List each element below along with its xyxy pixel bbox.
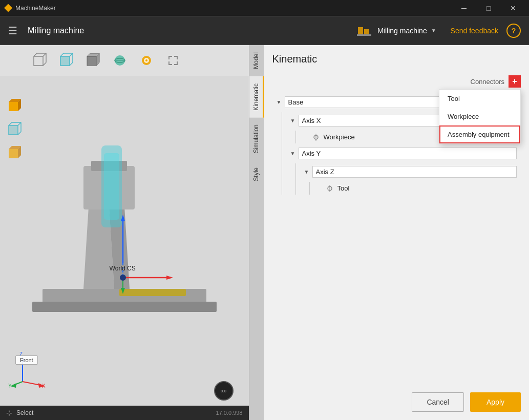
cancel-button[interactable]: Cancel: [412, 392, 464, 412]
tab-style[interactable]: Style: [249, 160, 264, 188]
cursor-icon: ⊹: [6, 409, 12, 417]
app-logo-icon: [4, 4, 12, 12]
app-name: MachineMaker: [15, 5, 56, 12]
arrow-base: ▼: [277, 99, 283, 105]
add-connector-button[interactable]: +: [509, 75, 521, 88]
close-button[interactable]: ✕: [501, 0, 525, 16]
speed-indicator: 0.0: [214, 381, 234, 401]
svg-text:X: X: [42, 383, 46, 389]
svg-rect-37: [32, 302, 217, 312]
arrow-workpiece: ▶: [304, 134, 310, 140]
machine-3d-scene: World CS: [0, 45, 249, 400]
tree-row-axisy[interactable]: ▼: [286, 145, 521, 162]
send-feedback-button[interactable]: Send feedback: [451, 27, 498, 35]
connector-dropdown[interactable]: Tool Workpiece Assembly equipment: [439, 89, 521, 144]
tree-row-tool[interactable]: ▶ Tool: [314, 182, 521, 195]
leaf-tool-label: Tool: [337, 184, 517, 192]
tab-strip: Model Kinematic Simulation Style: [249, 45, 264, 420]
svg-point-52: [120, 275, 126, 281]
minimize-button[interactable]: ─: [452, 0, 476, 16]
viewport[interactable]: World CS Z X Y Front 0.0: [0, 45, 249, 420]
tab-simulation[interactable]: Simulation: [249, 117, 264, 160]
project-name: Milling machine: [377, 27, 427, 35]
tree-children-axisy: ▼ ▶: [295, 163, 521, 195]
app-title: Milling machine: [28, 26, 84, 35]
hamburger-menu[interactable]: ☰: [8, 25, 17, 37]
svg-rect-43: [104, 153, 119, 220]
select-label: Select: [16, 409, 33, 416]
dropdown-item-assembly[interactable]: Assembly equipment: [439, 125, 520, 143]
joint-icon: [312, 134, 320, 141]
dropdown-item-workpiece[interactable]: Workpiece: [439, 108, 520, 125]
version-label: 17.0.0.998: [216, 410, 243, 416]
kinematic-panel: Kinematic Connectors + Tool Workpiece As…: [264, 45, 530, 420]
panel-footer: Cancel Apply: [272, 392, 521, 412]
panel-title: Kinematic: [272, 53, 521, 65]
tree-children-axisz: ▶ Tool: [309, 182, 521, 195]
machine-icon: [357, 25, 371, 36]
help-button[interactable]: ?: [506, 24, 521, 38]
tree-node-axisy: ▼ ▼: [286, 145, 521, 195]
arrow-axisx: ▼: [290, 118, 297, 123]
dropdown-item-tool[interactable]: Tool: [439, 90, 520, 108]
world-cs-label: World CS: [110, 265, 136, 272]
tree-input-axisy[interactable]: [299, 148, 517, 159]
tree-node-axisz: ▼ ▶: [300, 163, 521, 195]
tab-kinematic[interactable]: Kinematic: [249, 76, 264, 118]
svg-rect-44: [119, 289, 186, 296]
tab-model[interactable]: Model: [249, 45, 264, 76]
svg-rect-0: [358, 27, 363, 34]
arrow-axisz: ▼: [304, 169, 310, 175]
svg-text:Y: Y: [8, 383, 12, 389]
main-content: World CS Z X Y Front 0.0: [0, 45, 529, 420]
tree-input-axisz[interactable]: [312, 166, 517, 178]
svg-marker-49: [166, 276, 173, 280]
joint-icon-tool: [326, 185, 333, 192]
tree-node-tool: ▶ Tool: [314, 182, 521, 195]
arrow-axisy: ▼: [290, 151, 297, 156]
tree-row-axisz[interactable]: ▼: [300, 163, 521, 180]
svg-rect-1: [364, 29, 369, 34]
project-dropdown-arrow[interactable]: ▼: [431, 28, 436, 33]
connectors-row: Connectors +: [272, 75, 521, 88]
window-controls: ─ □ ✕: [452, 0, 525, 16]
title-bar: MachineMaker ─ □ ✕: [0, 0, 529, 16]
svg-rect-2: [357, 34, 371, 36]
top-bar: ☰ Milling machine Milling machine ▼ Send…: [0, 16, 529, 45]
arrow-tool: ▶: [318, 185, 324, 191]
apply-button[interactable]: Apply: [470, 392, 521, 412]
app-logo: MachineMaker: [4, 4, 56, 12]
status-bar: ⊹ Select 17.0.0.998: [0, 406, 249, 420]
maximize-button[interactable]: □: [477, 0, 500, 16]
top-bar-center: Milling machine ▼ Send feedback ?: [357, 24, 521, 38]
connectors-label: Connectors: [471, 78, 504, 86]
front-label: Front: [15, 355, 38, 365]
